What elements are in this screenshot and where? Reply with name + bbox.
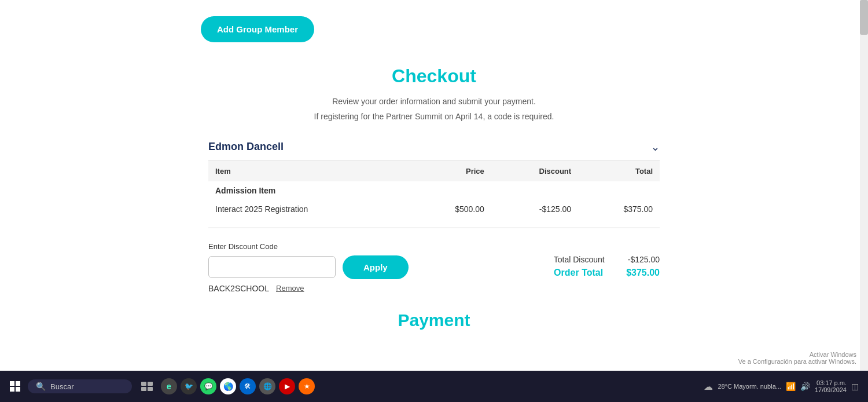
svg-rect-2 [10, 387, 14, 392]
activate-line2: Ve a Configuración para activar Windows. [738, 358, 856, 365]
svg-rect-1 [16, 381, 20, 386]
app-icon-5[interactable]: ▶ [279, 378, 295, 394]
app-icon-3[interactable]: 🛠 [240, 378, 256, 394]
taskbar: 🔍 Buscar e 🐦 💬 🌎 🛠 🌐 [0, 371, 868, 402]
activate-line1: Activar Windows [738, 351, 856, 358]
main-content: Add Group Member Checkout Review your or… [0, 0, 868, 371]
item-total: $375.00 [578, 200, 660, 218]
svg-rect-5 [148, 382, 153, 386]
applied-code: BACK2SCHOOL [208, 284, 269, 293]
apply-button[interactable]: Apply [343, 255, 409, 279]
total-discount-value: -$125.00 [628, 255, 660, 264]
chevron-down-icon[interactable]: ⌄ [651, 141, 660, 154]
search-icon: 🔍 [36, 382, 46, 391]
start-button[interactable] [5, 376, 25, 397]
table-row: Interact 2025 Registration $500.00 -$125… [208, 200, 660, 218]
add-group-member-button[interactable]: Add Group Member [201, 16, 314, 42]
weather-text: 28°C Mayorm. nubla... [718, 383, 781, 390]
totals-right: Total Discount -$125.00 Order Total $375… [498, 237, 660, 278]
member-name: Edmon Dancell [208, 141, 284, 153]
checkout-subtitle-1: Review your order information and submit… [0, 95, 868, 108]
app-icon-1[interactable]: 🐦 [181, 378, 197, 394]
taskbar-search-label: Buscar [50, 382, 73, 391]
item-price: $500.00 [410, 200, 491, 218]
svg-rect-4 [141, 382, 146, 386]
applied-code-row: BACK2SCHOOL Remove [208, 284, 498, 293]
windows-activate-notice: Activar Windows Ve a Configuración para … [738, 351, 856, 365]
app-icon-2[interactable]: 💬 [200, 378, 216, 394]
discount-code-label: Enter Discount Code [208, 242, 498, 251]
discount-apply-area: Enter Discount Code Apply BACK2SCHOOL Re… [208, 237, 660, 293]
scrollbar[interactable] [860, 0, 868, 371]
app-icon-6[interactable]: ★ [299, 378, 315, 394]
col-header-price: Price [410, 161, 491, 181]
member-header: Edmon Dancell ⌄ [208, 141, 660, 161]
system-tray: ☁ 28°C Mayorm. nubla... 📶 🔊 03:17 p.m. 1… [704, 379, 863, 393]
col-header-discount: Discount [491, 161, 578, 181]
svg-rect-3 [16, 387, 20, 392]
total-discount-row: Total Discount -$125.00 [498, 255, 660, 264]
browser-icon[interactable]: e [161, 378, 177, 394]
item-discount: -$125.00 [491, 200, 578, 218]
svg-rect-0 [10, 381, 14, 386]
col-header-total: Total [578, 161, 660, 181]
checkout-section: Checkout Review your order information a… [0, 65, 868, 123]
order-total-label: Order Total [554, 268, 603, 278]
svg-rect-7 [148, 387, 153, 391]
order-total-row: Order Total $375.00 [498, 268, 660, 278]
clock: 03:17 p.m. 17/09/2024 [815, 379, 847, 393]
scrollbar-thumb[interactable] [860, 0, 868, 35]
checkout-title: Checkout [0, 65, 868, 87]
table-row-label: Admission Item [208, 181, 660, 200]
col-header-item: Item [208, 161, 410, 181]
weather-icon: ☁ [704, 381, 713, 392]
time-display: 03:17 p.m. [815, 379, 847, 386]
chrome-icon[interactable]: 🌎 [220, 378, 236, 394]
order-total-value: $375.00 [626, 268, 660, 278]
discount-section: Enter Discount Code Apply BACK2SCHOOL Re… [208, 242, 498, 293]
remove-code-button[interactable]: Remove [276, 284, 304, 293]
discount-row: Apply [208, 255, 498, 279]
checkout-subtitle-2: If registering for the Partner Summit on… [0, 110, 868, 123]
notification-icon[interactable]: ◫ [851, 382, 859, 391]
taskbar-search-box[interactable]: 🔍 Buscar [28, 379, 132, 393]
taskbar-icons: e 🐦 💬 🌎 🛠 🌐 ▶ ★ [137, 376, 315, 397]
volume-icon: 🔊 [800, 382, 810, 391]
network-icon: 📶 [786, 382, 796, 391]
discount-code-input[interactable] [208, 256, 336, 278]
section-divider [208, 228, 660, 228]
total-discount-label: Total Discount [554, 255, 605, 264]
order-container: Edmon Dancell ⌄ Item Price Discount Tota… [208, 141, 660, 293]
date-display: 17/09/2024 [815, 386, 847, 393]
admission-item-label: Admission Item [208, 181, 410, 200]
svg-rect-6 [141, 387, 146, 391]
item-name: Interact 2025 Registration [208, 200, 410, 218]
items-table: Item Price Discount Total Admission Item… [208, 161, 660, 218]
task-view-button[interactable] [137, 376, 157, 397]
payment-title: Payment [0, 310, 868, 330]
discount-left: Enter Discount Code Apply BACK2SCHOOL Re… [208, 237, 498, 293]
app-icon-4[interactable]: 🌐 [259, 378, 275, 394]
